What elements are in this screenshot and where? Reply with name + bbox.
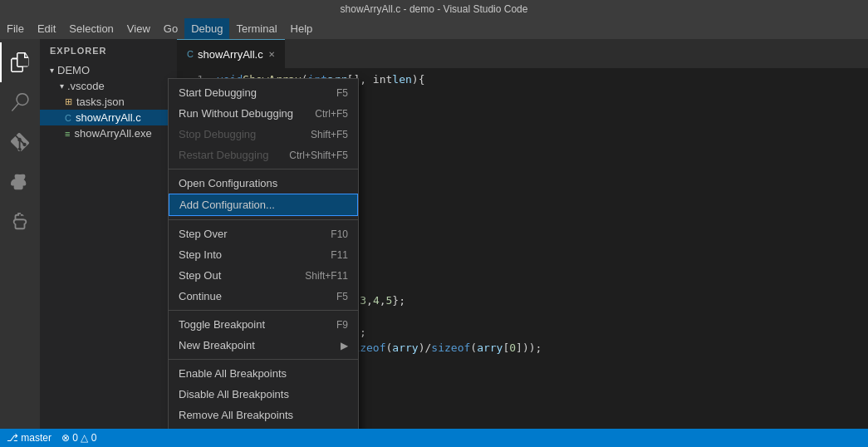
remove-all-breakpoints-label: Remove All Breakpoints (179, 409, 293, 421)
debug-add-configuration[interactable]: Add Configuration... (169, 194, 358, 216)
activity-debug[interactable] (0, 162, 40, 202)
start-debugging-shortcut: F5 (336, 87, 348, 99)
debug-menu-section-1: Start Debugging F5 Run Without Debugging… (169, 79, 358, 169)
menu-view[interactable]: View (120, 18, 157, 39)
explorer-demo-folder[interactable]: ▾ DEMO (40, 62, 177, 78)
new-breakpoint-arrow: ▶ (341, 340, 348, 351)
explorer-tasks-json[interactable]: ⊞ tasks.json (40, 94, 177, 110)
step-into-label: Step Into (179, 248, 222, 261)
debug-step-over[interactable]: Step Over F10 (169, 224, 358, 244)
disable-all-breakpoints-label: Disable All Breakpoints (179, 388, 289, 400)
stop-debugging-shortcut: Shift+F5 (311, 129, 348, 140)
activity-explorer[interactable] (0, 42, 40, 82)
menu-help[interactable]: Help (284, 18, 320, 39)
status-bar-branch: ⎇ master (7, 432, 51, 444)
open-configurations-label: Open Configurations (179, 177, 277, 189)
tab-c-icon: C (187, 49, 194, 59)
activity-bar (0, 39, 40, 429)
main-area: EXPLORER ▾ DEMO ▾ .vscode ⊞ tasks.json C… (0, 39, 868, 429)
new-breakpoint-label: New Breakpoint (179, 339, 255, 351)
restart-debugging-shortcut: Ctrl+Shift+F5 (289, 150, 348, 161)
debug-remove-all-breakpoints[interactable]: Remove All Breakpoints (169, 405, 358, 425)
menu-debug[interactable]: Debug (184, 18, 229, 39)
step-into-shortcut: F11 (331, 249, 348, 261)
debug-menu-section-5: Enable All Breakpoints Disable All Break… (169, 360, 358, 429)
debug-step-into[interactable]: Step Into F11 (169, 244, 358, 265)
step-out-label: Step Out (179, 269, 221, 282)
titlebar-text: showArryAll.c - demo - Visual Studio Cod… (341, 3, 528, 15)
toggle-breakpoint-shortcut: F9 (336, 319, 348, 331)
step-over-shortcut: F10 (331, 228, 348, 240)
debug-open-configurations[interactable]: Open Configurations (169, 173, 358, 194)
tasks-json-label: tasks.json (76, 96, 125, 108)
show-arry-c-label: showArryAll.c (76, 111, 141, 124)
json-file-icon: ⊞ (65, 96, 72, 107)
demo-folder-label: DEMO (57, 64, 90, 76)
add-configuration-label: Add Configuration... (179, 199, 275, 211)
activity-git[interactable] (0, 122, 40, 162)
debug-stop-debugging: Stop Debugging Shift+F5 (169, 124, 358, 145)
sidebar: EXPLORER ▾ DEMO ▾ .vscode ⊞ tasks.json C… (40, 39, 177, 429)
start-debugging-label: Start Debugging (179, 86, 257, 99)
menu-go[interactable]: Go (157, 18, 184, 39)
debug-menu: Start Debugging F5 Run Without Debugging… (168, 78, 359, 429)
debug-run-without-debugging[interactable]: Run Without Debugging Ctrl+F5 (169, 103, 358, 124)
debug-continue[interactable]: Continue F5 (169, 286, 358, 307)
restart-debugging-label: Restart Debugging (179, 149, 268, 161)
debug-start-debugging[interactable]: Start Debugging F5 (169, 82, 358, 103)
tab-show-arry-c[interactable]: C showArryAll.c ✕ (177, 39, 285, 68)
continue-shortcut: F5 (336, 291, 348, 302)
menu-file[interactable]: File (0, 18, 31, 39)
continue-label: Continue (179, 290, 222, 302)
debug-menu-section-3: Step Over F10 Step Into F11 Step Out Shi… (169, 220, 358, 311)
activity-search[interactable] (0, 82, 40, 122)
status-bar-errors: ⊗ 0 △ 0 (61, 432, 96, 444)
debug-step-out[interactable]: Step Out Shift+F11 (169, 265, 358, 286)
explorer-show-arry-c[interactable]: C showArryAll.c (40, 110, 177, 125)
tab-close-btn[interactable]: ✕ (268, 50, 275, 59)
stop-debugging-label: Stop Debugging (179, 128, 256, 140)
explorer-show-arry-exe[interactable]: ≡ showArryAll.exe (40, 125, 177, 141)
menu-terminal[interactable]: Terminal (229, 18, 283, 39)
step-out-shortcut: Shift+F11 (305, 270, 348, 282)
explorer-section: ▾ DEMO ▾ .vscode ⊞ tasks.json C showArry… (40, 62, 177, 141)
run-without-debugging-label: Run Without Debugging (179, 107, 293, 120)
sidebar-title: EXPLORER (40, 39, 177, 62)
run-without-debugging-shortcut: Ctrl+F5 (315, 108, 348, 120)
debug-restart-debugging: Restart Debugging Ctrl+Shift+F5 (169, 145, 358, 165)
step-over-label: Step Over (179, 228, 228, 240)
debug-enable-all-breakpoints[interactable]: Enable All Breakpoints (169, 363, 358, 384)
debug-menu-section-4: Toggle Breakpoint F9 New Breakpoint ▶ (169, 311, 358, 360)
activity-extensions[interactable] (0, 202, 40, 242)
debug-new-breakpoint[interactable]: New Breakpoint ▶ (169, 335, 358, 356)
debug-toggle-breakpoint[interactable]: Toggle Breakpoint F9 (169, 314, 358, 335)
c-file-icon: C (65, 113, 71, 123)
menu-edit[interactable]: Edit (31, 18, 62, 39)
debug-menu-section-2: Open Configurations Add Configuration... (169, 169, 358, 220)
enable-all-breakpoints-label: Enable All Breakpoints (179, 367, 287, 380)
menubar: File Edit Selection View Go Debug Termin… (0, 18, 868, 39)
toggle-breakpoint-label: Toggle Breakpoint (179, 318, 265, 331)
tab-bar: C showArryAll.c ✕ (177, 39, 868, 68)
tab-label: showArryAll.c (198, 48, 263, 61)
explorer-vscode-folder[interactable]: ▾ .vscode (40, 78, 177, 94)
titlebar: showArryAll.c - demo - Visual Studio Cod… (0, 0, 868, 18)
debug-disable-all-breakpoints[interactable]: Disable All Breakpoints (169, 384, 358, 405)
exe-file-icon: ≡ (65, 129, 70, 139)
vscode-folder-label: .vscode (67, 80, 105, 92)
show-arry-exe-label: showArryAll.exe (74, 127, 151, 140)
status-bar: ⎇ master ⊗ 0 △ 0 (0, 429, 868, 447)
menu-selection[interactable]: Selection (62, 18, 120, 39)
